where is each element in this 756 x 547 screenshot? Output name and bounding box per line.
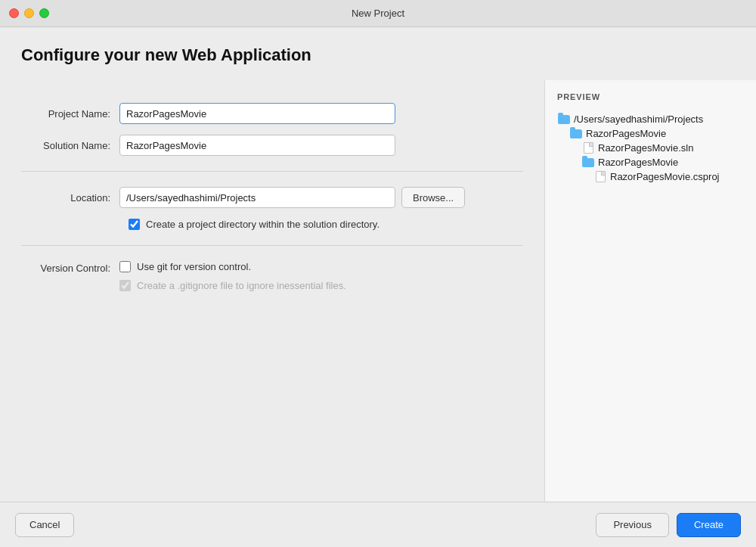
use-git-row: Use git for version control. — [119, 261, 346, 272]
gitignore-checkbox[interactable] — [119, 280, 131, 291]
minimize-button[interactable] — [24, 8, 34, 18]
tree-label-0: /Users/sayedhashimi/Projects — [574, 113, 703, 125]
solution-name-label: Solution Name: — [21, 140, 119, 151]
use-git-label: Use git for version control. — [137, 261, 251, 272]
location-label: Location: — [21, 192, 119, 204]
version-control-label: Version Control: — [21, 261, 119, 274]
previous-button[interactable]: Previous — [596, 513, 669, 537]
footer: Cancel Previous Create — [0, 502, 756, 547]
tree-label-4: RazorPagesMovie.csproj — [610, 171, 720, 182]
vc-options: Use git for version control. Create a .g… — [119, 261, 346, 291]
form-area: Project Name: Solution Name: Location: B… — [0, 80, 544, 502]
project-name-input[interactable] — [119, 103, 395, 124]
solution-name-row: Solution Name: — [21, 135, 523, 156]
browse-button[interactable]: Browse... — [401, 187, 465, 208]
tree-item-0: /Users/sayedhashimi/Projects — [557, 112, 744, 126]
tree-item-1: RazorPagesMovie — [557, 126, 744, 141]
page-heading: Configure your new Web Application — [0, 27, 756, 80]
gitignore-row: Create a .gitignore file to ignore iness… — [119, 280, 346, 291]
preview-panel: PREVIEW /Users/sayedhashimi/Projects Raz… — [544, 80, 756, 502]
window-title: New Project — [352, 8, 404, 19]
folder-icon-0 — [557, 114, 571, 125]
title-bar: New Project — [0, 0, 756, 27]
preview-heading: PREVIEW — [557, 92, 744, 101]
cancel-button[interactable]: Cancel — [15, 513, 74, 537]
create-button[interactable]: Create — [677, 513, 741, 537]
main-content: Configure your new Web Application Proje… — [0, 27, 756, 502]
body-area: Project Name: Solution Name: Location: B… — [0, 80, 756, 502]
use-git-checkbox[interactable] — [119, 261, 131, 272]
project-name-row: Project Name: — [21, 103, 523, 124]
create-dir-label: Create a project directory within the so… — [146, 219, 380, 230]
tree-item-4: RazorPagesMovie.csproj — [557, 169, 744, 184]
version-control-row: Version Control: Use git for version con… — [21, 261, 523, 291]
tree-label-2: RazorPagesMovie.sln — [598, 142, 693, 154]
folder-icon-3 — [581, 157, 595, 168]
gitignore-label: Create a .gitignore file to ignore iness… — [137, 280, 346, 291]
tree-label-1: RazorPagesMovie — [586, 128, 666, 139]
create-dir-checkbox[interactable] — [129, 219, 140, 230]
file-icon-4 — [593, 172, 607, 182]
tree-item-2: RazorPagesMovie.sln — [557, 141, 744, 155]
create-dir-row: Create a project directory within the so… — [129, 219, 523, 230]
close-button[interactable] — [9, 8, 19, 18]
file-icon-2 — [581, 143, 595, 154]
footer-right: Previous Create — [596, 513, 741, 537]
location-input[interactable] — [119, 187, 395, 208]
folder-icon-1 — [569, 129, 583, 139]
footer-left: Cancel — [15, 513, 74, 537]
solution-name-input[interactable] — [119, 135, 395, 156]
names-section: Project Name: Solution Name: — [21, 88, 523, 172]
traffic-lights — [9, 8, 49, 18]
location-section: Location: Browse... Create a project dir… — [21, 172, 523, 246]
tree-item-3: RazorPagesMovie — [557, 155, 744, 169]
project-name-label: Project Name: — [21, 108, 119, 120]
location-row: Location: Browse... — [21, 187, 523, 208]
tree-label-3: RazorPagesMovie — [598, 157, 678, 168]
version-control-section: Version Control: Use git for version con… — [21, 246, 523, 306]
maximize-button[interactable] — [39, 8, 49, 18]
